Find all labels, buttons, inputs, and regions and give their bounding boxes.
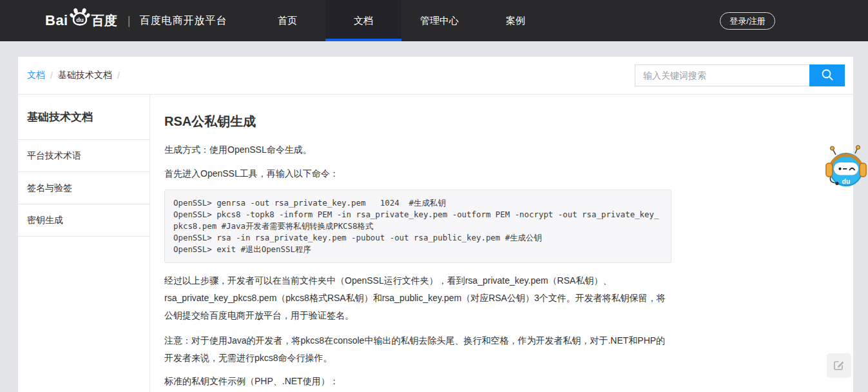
main-nav: 首页 文档 管理中心 案例: [249, 0, 554, 41]
du-robot-mascot[interactable]: du: [825, 145, 867, 188]
logo-divider: |: [128, 14, 131, 28]
breadcrumb-current: 基础技术文档: [58, 70, 112, 81]
baidu-paw-icon: du: [69, 5, 91, 30]
search-button[interactable]: [809, 64, 845, 86]
svg-text:du: du: [76, 16, 84, 23]
mascot-du-label: du: [842, 177, 851, 185]
doc-search: [635, 64, 845, 86]
page-body: 基础技术文档 平台技术术语 签名与验签 密钥生成 RSA公私钥生成 生成方式：使…: [18, 95, 853, 392]
feedback-edit-button[interactable]: [827, 353, 851, 378]
sidebar-item-key-generation[interactable]: 密钥生成: [18, 204, 149, 237]
doc-article: RSA公私钥生成 生成方式：使用OpenSSL命令生成。 首先进入OpenSSL…: [164, 113, 671, 392]
breadcrumb-separator: /: [50, 70, 53, 81]
logo-text-bai: Bai: [45, 12, 68, 29]
paragraph-key-example-label: 标准的私钥文件示例（PHP、.NET使用）：: [164, 375, 671, 387]
docs-sidebar: 基础技术文档 平台技术术语 签名与验签 密钥生成: [18, 95, 150, 392]
breadcrumb-row: 文档 / 基础技术文档 /: [18, 57, 853, 95]
sidebar-item-sign-verify[interactable]: 签名与验签: [18, 172, 149, 204]
nav-tab-cases[interactable]: 案例: [477, 0, 554, 41]
breadcrumb-docs-link[interactable]: 文档: [27, 70, 45, 81]
paragraph-java-note: 注意：对于使用Java的开发者，将pkcs8在console中输出的私钥去除头尾…: [164, 332, 671, 367]
nav-tab-console[interactable]: 管理中心: [401, 0, 477, 41]
page-title: RSA公私钥生成: [164, 113, 671, 130]
nav-tab-home[interactable]: 首页: [249, 0, 325, 41]
top-navbar: Bai du 百度 | 百度电商开放平台 首页 文档 管理中心 案例 登录/注册: [0, 0, 868, 41]
search-icon: [820, 68, 834, 84]
search-input[interactable]: [635, 64, 809, 86]
code-block-openssl-commands: OpenSSL> genrsa -out rsa_private_key.pem…: [164, 190, 671, 263]
content-card: 文档 / 基础技术文档 / 基础技术文档 平台技术术语 签名与验签 密钥生成: [18, 57, 853, 392]
logo-text-baidu-cn: 百度: [92, 12, 117, 30]
breadcrumb-separator: /: [117, 70, 120, 81]
login-register-button[interactable]: 登录/注册: [720, 12, 775, 30]
baidu-logo[interactable]: Bai du 百度 | 百度电商开放平台: [45, 12, 227, 30]
edit-compose-icon: [833, 358, 845, 373]
sidebar-title: 基础技术文档: [18, 95, 149, 140]
paragraph-openssl-intro: 首先进入OpenSSL工具，再输入以下命令：: [164, 167, 671, 180]
doc-content: RSA公私钥生成 生成方式：使用OpenSSL命令生成。 首先进入OpenSSL…: [150, 95, 853, 392]
sidebar-item-platform-terms[interactable]: 平台技术术语: [18, 140, 149, 172]
paragraph-steps-result: 经过以上步骤，开发者可以在当前文件夹中（OpenSSL运行文件夹），看到rsa_…: [164, 272, 671, 324]
nav-tab-docs[interactable]: 文档: [325, 0, 401, 41]
logo-product-name: 百度电商开放平台: [139, 14, 227, 28]
paragraph-generation-method: 生成方式：使用OpenSSL命令生成。: [164, 143, 671, 156]
breadcrumb: 文档 / 基础技术文档 /: [27, 70, 120, 81]
